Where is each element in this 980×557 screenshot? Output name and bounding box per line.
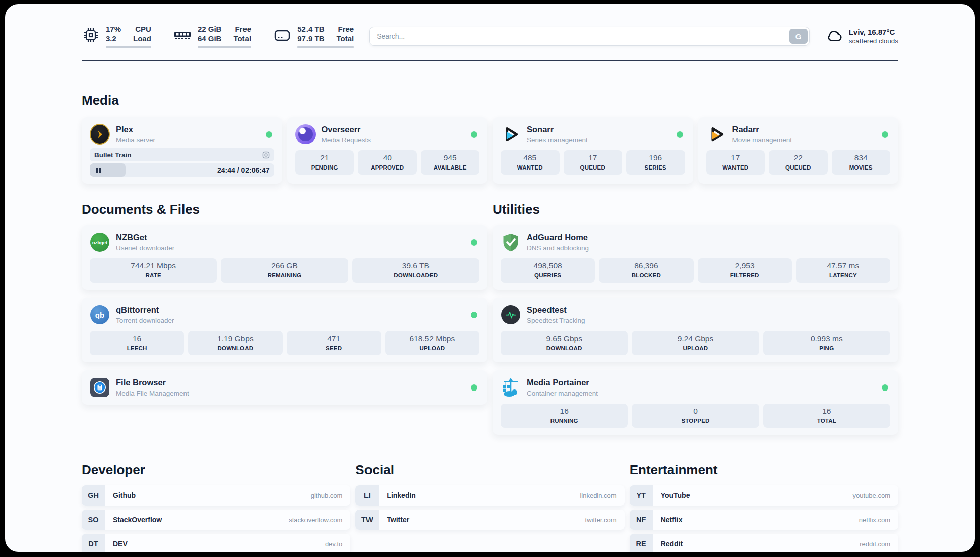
dashboard: { "theme": { "status_online_color": "#4f… <box>0 0 980 557</box>
status-dot <box>677 131 683 138</box>
service-card-qbittorrent[interactable]: qb qBittorrent Torrent downloader 16LEEC… <box>82 298 487 362</box>
bookmarks-developer: Developer GH Github github.com SO StackO… <box>82 461 350 552</box>
bookmark-name: Reddit <box>661 540 683 548</box>
bookmark-reddit[interactable]: RE Reddit reddit.com <box>630 534 898 552</box>
search-bar: G <box>369 27 809 46</box>
service-card-adguard[interactable]: AdGuard Home DNS and adblocking 498,508Q… <box>493 225 898 290</box>
now-playing-title-row: Bullet Train <box>90 148 274 161</box>
header-divider <box>82 60 898 61</box>
stat-box: 744.21 MbpsRATE <box>90 258 217 283</box>
search-provider-button[interactable]: G <box>789 29 808 44</box>
bookmark-github[interactable]: GH Github github.com <box>82 485 350 506</box>
service-card-plex[interactable]: Plex Media server Bullet Train <box>82 117 282 184</box>
service-card-overseerr[interactable]: Overseerr Media Requests 21PENDING 40APP… <box>287 117 488 184</box>
bookmarks-social: Social LI LinkedIn linkedin.com TW Twitt… <box>355 461 624 552</box>
view-media-icon[interactable] <box>262 151 270 159</box>
bookmark-youtube[interactable]: YT YouTube youtube.com <box>630 485 898 506</box>
page: 17% CPU 3.2 Load 22 GiB <box>5 4 975 552</box>
now-playing: Bullet Train 24:44 / 02:06:47 <box>90 148 274 177</box>
section-title-utilities: Utilities <box>493 201 898 218</box>
cpu-load: 3.2 <box>106 34 121 43</box>
cpu-icon <box>82 26 100 46</box>
bookmark-stackoverflow[interactable]: SO StackOverflow stackoverflow.com <box>82 510 350 530</box>
bookmark-twitter[interactable]: TW Twitter twitter.com <box>355 510 624 530</box>
sonarr-icon <box>501 124 521 144</box>
service-description: Series management <box>527 136 588 144</box>
stat-box: 2,953FILTERED <box>698 258 792 283</box>
service-card-portainer[interactable]: Media Portainer Container management 16R… <box>493 370 898 435</box>
stat-box: 17QUEUED <box>564 150 623 175</box>
stat-box: 39.6 TBDOWNLOADED <box>352 258 479 283</box>
stat-box: 22QUEUED <box>769 150 828 175</box>
service-card-filebrowser[interactable]: File Browser Media File Management <box>82 370 487 405</box>
bookmark-name: YouTube <box>661 491 690 499</box>
service-name: AdGuard Home <box>527 232 589 243</box>
bookmark-linkedin[interactable]: LI LinkedIn linkedin.com <box>355 485 624 506</box>
memory-free: 22 GiB <box>198 24 222 34</box>
disk-icon <box>273 26 291 46</box>
stat-box: 266 GBREMAINING <box>221 258 348 283</box>
pause-button[interactable] <box>94 168 103 173</box>
now-playing-progress-row: 24:44 / 02:06:47 <box>90 163 274 177</box>
bookmark-url: netflix.com <box>859 516 890 524</box>
memory-widget: 22 GiB Free 64 GiB Total <box>173 24 251 48</box>
bookmark-url: linkedin.com <box>580 492 616 499</box>
status-dot <box>266 131 272 138</box>
disk-free: 52.4 TB <box>297 24 324 34</box>
radarr-icon <box>706 124 726 144</box>
service-description: Container management <box>527 389 598 398</box>
service-name: Sonarr <box>527 124 588 135</box>
search-input[interactable] <box>369 27 809 46</box>
nzbget-icon: nzbget <box>90 232 110 252</box>
stat-box: 9.24 GbpsUPLOAD <box>632 331 759 355</box>
stat-box: 1.19 GbpsDOWNLOAD <box>188 331 282 355</box>
bookmark-url: stackoverflow.com <box>289 516 342 524</box>
memory-icon <box>173 26 192 46</box>
stat-box: 17WANTED <box>706 150 765 175</box>
disk-label-1: Free <box>336 24 354 34</box>
bookmark-name: Github <box>113 491 136 499</box>
bookmark-url: dev.to <box>325 540 342 548</box>
service-description: Media File Management <box>116 389 189 398</box>
bookmark-netflix[interactable]: NF Netflix netflix.com <box>630 510 898 530</box>
service-name: File Browser <box>116 377 189 388</box>
stat-box: 196SERIES <box>626 150 685 175</box>
stat-box: 0STOPPED <box>632 404 759 428</box>
service-card-sonarr[interactable]: Sonarr Series management 485WANTED 17QUE… <box>493 117 693 184</box>
stat-box: 618.52 MbpsUPLOAD <box>385 331 479 355</box>
service-description: Torrent downloader <box>116 316 174 325</box>
stat-box: 471SEED <box>287 331 381 355</box>
stat-box: 945AVAILABLE <box>421 150 480 175</box>
bookmark-dev[interactable]: DT DEV dev.to <box>82 534 350 552</box>
cpu-usage: 17% <box>106 24 121 34</box>
service-card-radarr[interactable]: Radarr Movie management 17WANTED 22QUEUE… <box>698 117 899 184</box>
portainer-icon <box>501 377 521 398</box>
bookmark-name: LinkedIn <box>387 491 416 499</box>
bookmark-abbr: LI <box>355 485 379 506</box>
now-playing-title: Bullet Train <box>94 151 132 159</box>
stat-box: 16LEECH <box>90 331 184 355</box>
bookmark-abbr: DT <box>82 534 105 552</box>
adguard-icon <box>501 232 521 252</box>
stat-box: 21PENDING <box>295 150 354 175</box>
media-section: Plex Media server Bullet Train <box>82 117 898 184</box>
section-title-media: Media <box>82 92 898 109</box>
status-dot <box>471 239 477 246</box>
stat-box: 40APPROVED <box>358 150 417 175</box>
service-description: DNS and adblocking <box>527 244 589 252</box>
bookmark-name: Twitter <box>387 516 409 524</box>
cpu-label-2: Load <box>133 34 151 43</box>
section-title-developer: Developer <box>82 461 350 478</box>
bookmark-url: reddit.com <box>860 540 890 548</box>
section-title-social: Social <box>355 461 624 478</box>
plex-icon <box>90 124 110 144</box>
service-card-speedtest[interactable]: Speedtest Speedtest Tracking 9.65 GbpsDO… <box>493 298 898 362</box>
service-description: Media Requests <box>322 136 371 144</box>
stat-box: 16TOTAL <box>763 404 890 428</box>
disk-widget: 52.4 TB Free 97.9 TB Total <box>273 24 354 48</box>
cloud-icon <box>825 26 844 47</box>
service-name: Plex <box>116 124 155 135</box>
bookmark-abbr: RE <box>630 534 653 552</box>
service-card-nzbget[interactable]: nzbget NZBGet Usenet downloader 744.21 M… <box>82 225 487 290</box>
memory-label-2: Total <box>233 34 251 43</box>
